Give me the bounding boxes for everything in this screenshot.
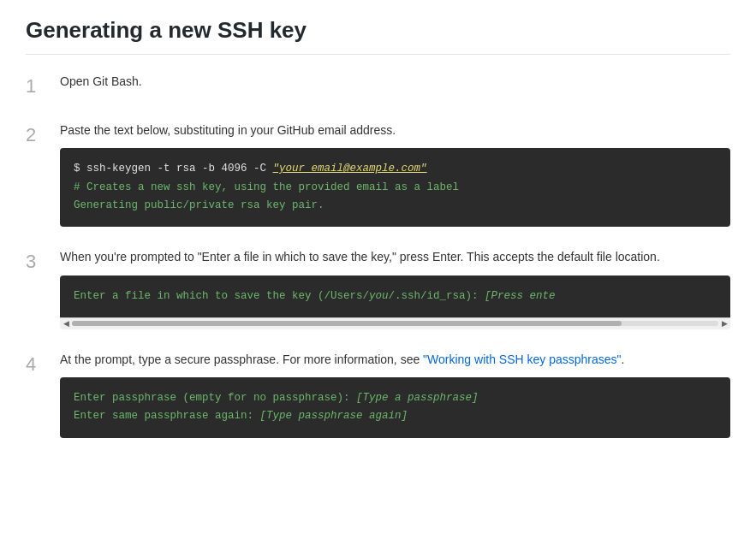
ssh-passphrases-link[interactable]: "Working with SSH key passphrases" [423,353,621,366]
step-3-code-block: Enter a file in which to save the key (/… [60,276,730,317]
step-3-text: When you're prompted to "Enter a file in… [60,247,730,266]
passphrase-placeholder-2: [Type passphrase again] [260,410,408,422]
step-3: 3 When you're prompted to "Enter a file … [26,247,730,329]
step-3-content: When you're prompted to "Enter a file in… [60,247,730,329]
step-1-content: Open Git Bash. [60,72,730,99]
step-4-text: At the prompt, type a secure passphrase.… [60,350,730,369]
step-number-1: 1 [26,72,60,100]
code-enter-file: Enter a file in which to save the key (/… [74,290,556,302]
scrollbar-left-arrow[interactable]: ◀ [60,317,72,329]
step-number-3: 3 [26,247,60,276]
code-text: $ ssh-keygen -t rsa -b 4096 -C [74,163,273,175]
passphrase-line-2: Enter same passphrase again: [Type passp… [74,407,717,425]
page-title: Generating a new SSH key [26,17,730,55]
step-4-text-after: . [622,353,625,366]
code-email: "your_email@example.com" [273,163,427,175]
step-4-text-before: At the prompt, type a secure passphrase.… [60,353,423,366]
code-line-1: $ ssh-keygen -t rsa -b 4096 -C "your_ema… [74,160,717,178]
step-4-code-block: Enter passphrase (empty for no passphras… [60,377,730,438]
step-4: 4 At the prompt, type a secure passphras… [26,350,730,438]
passphrase-prompt-1: Enter passphrase (empty for no passphras… [74,392,356,404]
scrollbar-row[interactable]: ◀ ▶ [60,317,730,329]
step-2-code-block: $ ssh-keygen -t rsa -b 4096 -C "your_ema… [60,148,730,227]
step-2: 2 Paste the text below, substituting in … [26,121,730,227]
code-output: Generating public/private rsa key pair. [74,199,324,211]
step-number-4: 4 [26,350,60,378]
passphrase-placeholder-1: [Type a passphrase] [356,392,479,404]
step-3-code-wrapper: Enter a file in which to save the key (/… [60,276,730,329]
code-line-3: Generating public/private rsa key pair. [74,197,717,215]
step-2-content: Paste the text below, substituting in yo… [60,121,730,227]
code-line-2: # Creates a new ssh key, using the provi… [74,179,717,197]
step-4-content: At the prompt, type a secure passphrase.… [60,350,730,438]
step-1: 1 Open Git Bash. [26,72,730,100]
scrollbar-track[interactable] [72,321,718,326]
code-comment: # Creates a new ssh key, using the provi… [74,181,459,193]
passphrase-prompt-2: Enter same passphrase again: [74,410,260,422]
step-1-text: Open Git Bash. [60,72,730,91]
passphrase-line-1: Enter passphrase (empty for no passphras… [74,389,717,407]
scrollbar-thumb[interactable] [72,321,622,326]
step-number-2: 2 [26,121,60,149]
scrollbar-right-arrow[interactable]: ▶ [718,317,730,329]
step-2-text: Paste the text below, substituting in yo… [60,121,730,139]
